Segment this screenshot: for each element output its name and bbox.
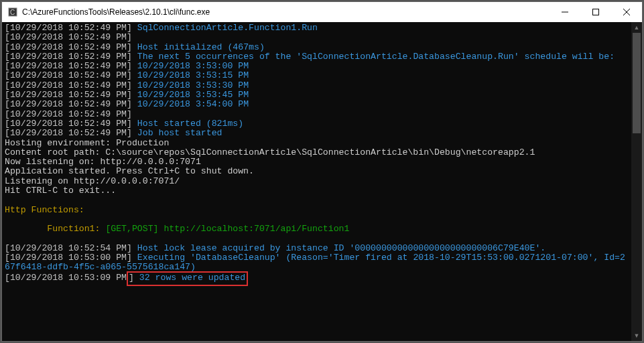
function-methods: [GET,POST] [105, 224, 158, 234]
timestamp: [10/29/2018 10:53:00 PM] [5, 253, 132, 263]
close-button[interactable] [611, 2, 642, 22]
timestamp: [10/29/2018 10:52:49 PM] [5, 99, 132, 109]
timestamp: [10/29/2018 10:52:49 PM] [5, 119, 132, 129]
log-line: 10/29/2018 3:53:45 PM [137, 90, 249, 100]
minimize-button[interactable] [550, 2, 580, 22]
maximize-button[interactable] [580, 2, 611, 22]
log-line: Application started. Press Ctrl+C to shu… [5, 166, 254, 176]
console-output[interactable]: [10/29/2018 10:52:49 PM] SqlConnectionAr… [2, 22, 631, 341]
log-line: Host initialized (467ms) [137, 42, 265, 52]
function-name: Function1: [47, 224, 100, 234]
console-area: [10/29/2018 10:52:49 PM] SqlConnectionAr… [2, 22, 642, 341]
app-icon: C [7, 7, 18, 17]
timestamp: [10/29/2018 10:52:54 PM] [5, 243, 132, 253]
highlight-box: ] 32 rows were updated [127, 271, 248, 286]
log-line: Host lock lease acquired by instance ID … [137, 243, 545, 253]
window-controls [550, 2, 642, 22]
log-line: 10/29/2018 3:53:15 PM [137, 70, 249, 80]
timestamp: [10/29/2018 10:52:49 PM] [5, 23, 132, 33]
timestamp: [10/29/2018 10:52:49 PM] [5, 70, 132, 80]
log-line: Executing 'DatabaseCleanup' (Reason='Tim… [137, 253, 625, 263]
log-line: 10/29/2018 3:54:00 PM [137, 99, 249, 109]
timestamp: [10/29/2018 10:52:49 PM] [5, 109, 132, 119]
vertical-scrollbar[interactable]: ▲ ▼ [631, 22, 642, 341]
timestamp: [10/29/2018 10:52:49 PM] [5, 61, 132, 71]
timestamp: [10/29/2018 10:53:09 PM [5, 273, 127, 283]
log-line: Hit CTRL-C to exit... [5, 186, 116, 196]
log-line: Hosting environment: Production [5, 138, 169, 148]
titlebar[interactable]: C C:\AzureFunctionsTools\Releases\2.10.1… [2, 2, 642, 22]
log-line: Job host started [137, 128, 222, 138]
window-title: C:\AzureFunctionsTools\Releases\2.10.1\c… [22, 7, 550, 17]
rows-updated: 32 rows were updated [134, 273, 245, 283]
timestamp: [10/29/2018 10:52:49 PM] [5, 80, 132, 90]
timestamp-bracket: ] [129, 273, 134, 283]
log-line: Now listening on: http://0.0.0.0:7071 [5, 157, 201, 167]
log-line: Content root path: C:\source\repos\SqlCo… [5, 147, 535, 157]
function-url: http://localhost:7071/api/Function1 [164, 224, 349, 234]
timestamp: [10/29/2018 10:52:49 PM] [5, 52, 132, 62]
app-window: C C:\AzureFunctionsTools\Releases\2.10.1… [1, 1, 643, 342]
log-line: 10/29/2018 3:53:30 PM [137, 80, 249, 90]
timestamp: [10/29/2018 10:52:49 PM] [5, 90, 132, 100]
svg-rect-3 [593, 9, 599, 15]
timestamp: [10/29/2018 10:52:49 PM] [5, 42, 132, 52]
scroll-up-arrow[interactable]: ▲ [631, 22, 642, 33]
timestamp: [10/29/2018 10:52:49 PM] [5, 128, 132, 138]
log-line: Listening on http://0.0.0.0:7071/ [5, 176, 180, 186]
http-functions-header: Http Functions: [5, 205, 84, 215]
log-line: 10/29/2018 3:53:00 PM [137, 61, 249, 71]
log-line: Host started (821ms) [137, 119, 243, 129]
timestamp: [10/29/2018 10:52:49 PM] [5, 32, 132, 42]
svg-text:C: C [10, 9, 15, 16]
scrollbar-thumb[interactable] [633, 33, 641, 133]
log-line: SqlConnectionArticle.Function1.Run [137, 23, 318, 33]
log-line: The next 5 occurrences of the 'SqlConnec… [137, 52, 615, 62]
scroll-down-arrow[interactable]: ▼ [631, 330, 642, 341]
